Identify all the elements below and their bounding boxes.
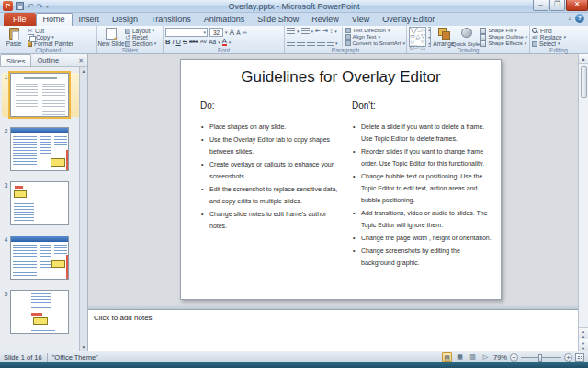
tab-animations[interactable]: Animations bbox=[198, 14, 252, 26]
tab-view[interactable]: View bbox=[345, 14, 376, 26]
shapes-gallery-scrollbar[interactable]: ▴▾▾ bbox=[428, 27, 431, 47]
slide-title-textbox[interactable]: Guidelines for Overlay Editor bbox=[181, 68, 501, 86]
justify-icon[interactable] bbox=[317, 40, 325, 46]
dont-item[interactable]: Reorder slides if you want to change fra… bbox=[352, 145, 493, 169]
notes-pane[interactable]: Click to add notes bbox=[88, 309, 578, 351]
tab-outline[interactable]: Outline bbox=[31, 54, 64, 66]
tab-transitions[interactable]: Transitions bbox=[144, 14, 198, 26]
shrink-font-button[interactable]: A bbox=[236, 29, 240, 37]
find-button[interactable]: Find bbox=[532, 28, 585, 34]
tab-slide-show[interactable]: Slide Show bbox=[251, 14, 305, 26]
close-button[interactable]: ✕ bbox=[566, 0, 588, 11]
reset-button[interactable]: ↺ Reset bbox=[125, 34, 156, 40]
slide-thumbnail-2[interactable]: 2 bbox=[2, 127, 85, 171]
bold-button[interactable]: B bbox=[165, 38, 170, 46]
change-case-button[interactable]: Aa bbox=[209, 38, 216, 46]
dont-item[interactable]: Change the page width , height or orient… bbox=[352, 232, 493, 244]
scrollbar-thumb[interactable] bbox=[581, 66, 587, 98]
save-icon[interactable] bbox=[16, 2, 24, 10]
shape-effects-button[interactable]: Shape Effects ▾ bbox=[480, 40, 527, 47]
tab-file[interactable]: File bbox=[4, 13, 36, 26]
increase-indent-icon[interactable]: ⇥ bbox=[322, 28, 328, 34]
previous-slide-button[interactable]: ▲▲ bbox=[579, 327, 588, 339]
line-spacing-icon[interactable]: ↕ bbox=[330, 28, 334, 34]
numbering-icon[interactable] bbox=[301, 28, 310, 34]
layout-button[interactable]: Layout ▾ bbox=[125, 28, 156, 34]
character-spacing-button[interactable]: AV bbox=[200, 38, 208, 46]
slide-1-editing-surface[interactable]: Guidelines for Overlay Editor Do: Place … bbox=[180, 59, 502, 300]
restore-button[interactable]: ❐ bbox=[549, 0, 565, 11]
fit-to-window-button[interactable] bbox=[575, 353, 584, 362]
do-item[interactable]: Place shapes on any slide. bbox=[200, 121, 340, 132]
reading-view-button[interactable]: ▥ bbox=[468, 352, 478, 362]
slide-scrollbar[interactable]: ▲ ▲▲ ▼▼ bbox=[578, 54, 588, 351]
undo-icon[interactable]: ↶ bbox=[27, 2, 34, 11]
dont-item[interactable]: Delete a slide if you want to delete a f… bbox=[352, 121, 493, 144]
shapes-gallery[interactable]: ╲╱□○▭ △▽◇⌒☆ ()□○△ bbox=[409, 27, 426, 47]
font-size-combobox[interactable]: 32 bbox=[209, 28, 223, 37]
zoom-out-button[interactable]: − bbox=[510, 353, 518, 362]
do-column-textbox[interactable]: Do: Place shapes on any slide. Use the O… bbox=[200, 100, 340, 233]
qat-dropdown-icon[interactable]: ▾ bbox=[46, 3, 49, 9]
decrease-indent-icon[interactable]: ⇤ bbox=[315, 28, 321, 34]
quick-styles-button[interactable]: Quick Styles bbox=[456, 27, 478, 47]
scroll-down-icon[interactable]: ▼ bbox=[82, 344, 86, 350]
shape-fill-button[interactable]: Shape Fill ▾ bbox=[480, 28, 527, 34]
grow-font-button[interactable]: A bbox=[230, 29, 235, 37]
close-panel-icon[interactable]: ✕ bbox=[78, 57, 87, 64]
copy-button[interactable]: Copy ▾ bbox=[28, 34, 74, 40]
zoom-in-button[interactable]: + bbox=[564, 353, 572, 362]
replace-button[interactable]: ab Replace ▾ bbox=[532, 34, 585, 40]
bullets-icon[interactable] bbox=[287, 28, 295, 34]
italic-button[interactable]: I bbox=[172, 38, 174, 46]
do-item[interactable]: Change slide notes to edit frame's autho… bbox=[200, 208, 340, 232]
slide-sorter-view-button[interactable]: ▦ bbox=[455, 352, 465, 362]
columns-icon[interactable] bbox=[327, 40, 334, 46]
zoom-level[interactable]: 79% bbox=[493, 353, 507, 362]
paste-button[interactable]: Paste bbox=[2, 27, 26, 47]
do-item[interactable]: Edit the screenshot to replace sensitive… bbox=[200, 183, 340, 207]
tab-review[interactable]: Review bbox=[305, 14, 345, 26]
clear-formatting-icon[interactable]: ✏ bbox=[243, 29, 248, 36]
text-direction-button[interactable]: Text Direction ▾ bbox=[345, 28, 406, 33]
slide-thumbnail-3[interactable]: 3 bbox=[2, 181, 85, 225]
powerpoint-logo-icon[interactable]: P bbox=[3, 1, 13, 11]
do-item[interactable]: Use the Overlay Editor tab to copy shape… bbox=[200, 133, 340, 157]
slide-show-button[interactable]: ▷ bbox=[481, 352, 491, 362]
cut-button[interactable]: ✂ Cut bbox=[28, 28, 74, 34]
section-button[interactable]: Section ▾ bbox=[125, 40, 156, 47]
align-text-button[interactable]: Align Text ▾ bbox=[345, 34, 406, 40]
slide-thumbnail-4[interactable]: 4 bbox=[2, 236, 85, 280]
zoom-slider[interactable] bbox=[521, 357, 561, 358]
align-right-icon[interactable] bbox=[307, 40, 315, 46]
text-shadow-button[interactable]: abc bbox=[189, 38, 198, 46]
scroll-up-arrow-icon[interactable]: ▲ bbox=[579, 54, 588, 64]
align-center-icon[interactable] bbox=[297, 40, 305, 46]
redo-icon[interactable]: ↷ bbox=[37, 2, 44, 11]
scroll-up-icon[interactable]: ▲ bbox=[82, 68, 86, 74]
dont-item[interactable]: Add transitions, video or audio to slide… bbox=[352, 207, 493, 231]
next-slide-button[interactable]: ▼▼ bbox=[579, 339, 588, 351]
select-button[interactable]: Select ▾ bbox=[532, 40, 585, 47]
tab-insert[interactable]: Insert bbox=[73, 14, 107, 26]
underline-button[interactable]: U bbox=[176, 38, 181, 46]
tab-overlay-editor[interactable]: Overlay Editor bbox=[376, 14, 441, 26]
convert-smartart-button[interactable]: Convert to SmartArt ▾ bbox=[345, 40, 406, 46]
tab-home[interactable]: Home bbox=[36, 13, 73, 26]
minimize-button[interactable]: – bbox=[533, 0, 548, 11]
minimize-ribbon-icon[interactable]: ▵ bbox=[568, 15, 571, 22]
tab-slides-thumbnails[interactable]: Slides bbox=[0, 54, 31, 66]
new-slide-button[interactable]: New Slide bbox=[99, 27, 123, 47]
tab-design[interactable]: Design bbox=[106, 14, 144, 26]
help-icon[interactable]: ? bbox=[575, 14, 584, 23]
normal-view-button[interactable]: ▤ bbox=[442, 352, 452, 362]
dont-item[interactable]: Change bubble text or positioning. Use t… bbox=[352, 170, 493, 206]
slide-thumbnail-1[interactable]: 1 bbox=[2, 73, 85, 117]
strikethrough-button[interactable]: S bbox=[183, 38, 187, 46]
dont-column-textbox[interactable]: Don't: Delete a slide if you want to del… bbox=[352, 100, 493, 270]
font-color-button[interactable]: A bbox=[222, 38, 227, 46]
align-left-icon[interactable] bbox=[287, 40, 295, 46]
slide-thumbnail-5[interactable]: 5 bbox=[2, 290, 85, 334]
do-item[interactable]: Create overlays or callouts to enhance y… bbox=[200, 158, 340, 182]
thumbnail-scrollbar[interactable]: ▲ ▼ bbox=[79, 67, 87, 351]
